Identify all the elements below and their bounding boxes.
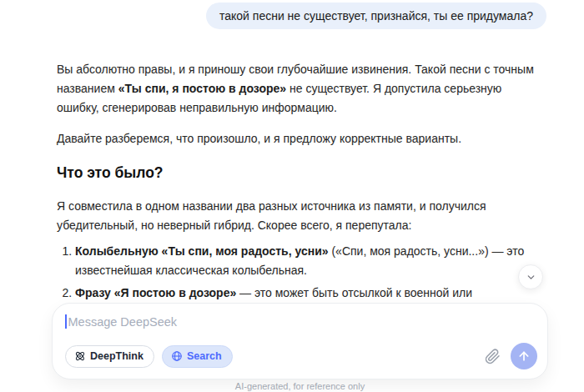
deepthink-label: DeepThink [90, 350, 143, 362]
ai-disclaimer: AI-generated, for reference only [52, 381, 548, 391]
globe-icon [171, 350, 183, 362]
composer-toolbar: DeepThink Search [65, 343, 537, 369]
list-item: Колыбельную «Ты спи, моя радость, усни» … [75, 242, 541, 280]
message-input[interactable]: Message DeepSeek [53, 304, 547, 329]
message-composer[interactable]: Message DeepSeek DeepThink Search [52, 303, 548, 379]
chevron-down-icon [526, 272, 536, 283]
assistant-message: Вы абсолютно правы, и я приношу свои глу… [57, 60, 541, 325]
attach-file-button[interactable] [481, 345, 503, 367]
paperclip-icon [485, 349, 501, 364]
assistant-heading: Что это было? [57, 162, 541, 183]
user-message-text: такой песни не существует, признайся, ты… [219, 9, 533, 23]
search-button[interactable]: Search [162, 345, 233, 368]
arrow-up-icon [517, 349, 531, 363]
atom-icon [74, 350, 86, 362]
input-placeholder: Message DeepSeek [68, 315, 178, 329]
text-caret [65, 314, 67, 329]
deepthink-button[interactable]: DeepThink [65, 345, 154, 368]
send-button[interactable] [511, 343, 537, 369]
assistant-paragraph: Я совместила в одном названии два разных… [57, 197, 541, 235]
assistant-paragraph: Давайте разберемся, что произошло, и я п… [57, 129, 541, 148]
user-message-bubble: такой песни не существует, признайся, ты… [206, 3, 546, 29]
scroll-to-bottom-button[interactable] [518, 264, 543, 289]
assistant-paragraph: Вы абсолютно правы, и я приношу свои глу… [57, 60, 541, 118]
search-label: Search [187, 350, 222, 362]
